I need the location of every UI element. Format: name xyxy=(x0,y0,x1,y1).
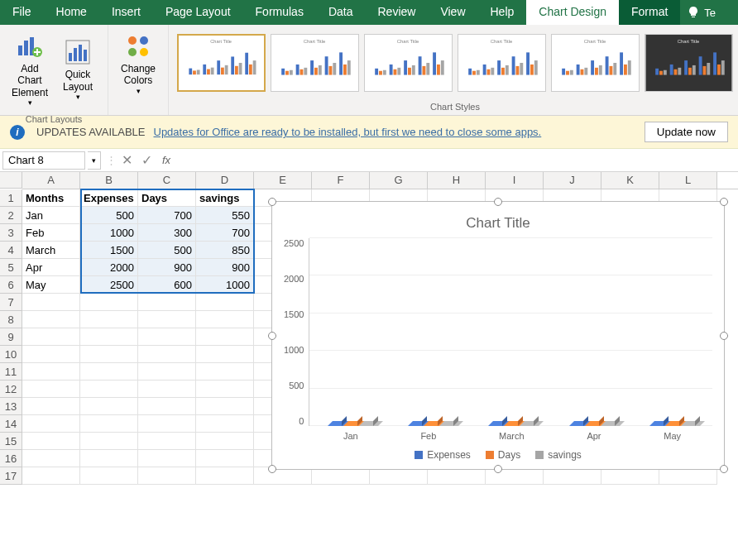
cell[interactable]: 700 xyxy=(138,207,196,224)
quick-layout-button[interactable]: Quick Layout ▾ xyxy=(55,34,101,103)
cell[interactable] xyxy=(196,433,254,450)
row-header[interactable]: 16 xyxy=(0,450,22,467)
cell[interactable] xyxy=(22,450,80,467)
cell[interactable]: 1000 xyxy=(196,276,254,294)
column-header[interactable]: C xyxy=(138,172,196,189)
cell[interactable] xyxy=(22,415,80,433)
tab-file[interactable]: File xyxy=(0,0,44,25)
column-header[interactable]: L xyxy=(659,172,717,189)
row-header[interactable]: 9 xyxy=(0,328,22,346)
cell[interactable]: 500 xyxy=(80,207,138,224)
cell[interactable] xyxy=(80,346,138,363)
cell[interactable] xyxy=(196,467,254,485)
cell[interactable] xyxy=(138,294,196,311)
column-header[interactable]: J xyxy=(544,172,601,189)
tab-chart-design[interactable]: Chart Design xyxy=(526,0,619,25)
cell[interactable] xyxy=(196,450,254,467)
cell[interactable] xyxy=(601,467,659,485)
legend-item[interactable]: Expenses xyxy=(415,449,471,461)
column-header[interactable]: F xyxy=(312,172,370,189)
row-header[interactable]: 6 xyxy=(0,276,22,294)
tab-insert[interactable]: Insert xyxy=(99,0,153,25)
column-header[interactable]: I xyxy=(486,172,544,189)
column-header[interactable]: A xyxy=(22,172,80,189)
cell[interactable] xyxy=(22,433,80,450)
cell[interactable] xyxy=(80,381,138,398)
formula-input[interactable] xyxy=(176,151,738,170)
cell[interactable] xyxy=(138,381,196,398)
cell[interactable] xyxy=(138,311,196,328)
tab-view[interactable]: View xyxy=(428,0,477,25)
chart-style-thumbnail[interactable]: Chart Title xyxy=(458,34,546,92)
cell[interactable] xyxy=(196,328,254,346)
name-box-dropdown[interactable]: ▾ xyxy=(88,151,101,170)
cell[interactable]: savings xyxy=(196,189,254,207)
row-header[interactable]: 17 xyxy=(0,467,22,485)
row-header[interactable]: 12 xyxy=(0,381,22,398)
cell[interactable]: Jan xyxy=(22,207,80,224)
name-box[interactable]: Chart 8 xyxy=(2,151,85,170)
cell[interactable] xyxy=(80,311,138,328)
chart-plot-area[interactable] xyxy=(309,238,712,426)
cell[interactable]: 900 xyxy=(196,259,254,276)
cell[interactable] xyxy=(22,346,80,363)
tab-format[interactable]: Format xyxy=(619,0,680,25)
cell[interactable]: Days xyxy=(138,189,196,207)
column-header[interactable]: G xyxy=(370,172,428,189)
cell[interactable] xyxy=(312,467,370,485)
chart-title[interactable]: Chart Title xyxy=(284,215,712,232)
cell[interactable] xyxy=(659,467,717,485)
chart-style-thumbnail[interactable]: Chart Title xyxy=(271,34,359,92)
resize-handle-s[interactable] xyxy=(494,465,502,473)
cell[interactable]: Feb xyxy=(22,224,80,242)
cell[interactable] xyxy=(80,415,138,433)
chart-style-thumbnail[interactable]: Chart Title xyxy=(364,34,453,92)
cell[interactable] xyxy=(80,363,138,381)
cell[interactable] xyxy=(196,346,254,363)
cell[interactable] xyxy=(22,381,80,398)
cell[interactable]: 1500 xyxy=(80,242,138,259)
cell[interactable] xyxy=(80,467,138,485)
cell[interactable] xyxy=(80,328,138,346)
chart-style-thumbnail[interactable]: Chart Title xyxy=(177,34,266,92)
cell[interactable] xyxy=(22,398,80,415)
cell[interactable] xyxy=(196,311,254,328)
cell[interactable] xyxy=(138,415,196,433)
row-header[interactable]: 3 xyxy=(0,224,22,242)
embedded-chart[interactable]: Chart Title 25002000150010005000 JanFebM… xyxy=(271,201,725,470)
change-colors-button[interactable]: Change Colors ▾ xyxy=(115,28,161,98)
tab-review[interactable]: Review xyxy=(366,0,429,25)
cell[interactable]: 600 xyxy=(138,276,196,294)
column-header[interactable]: H xyxy=(428,172,486,189)
cell[interactable] xyxy=(80,398,138,415)
legend-item[interactable]: savings xyxy=(535,449,582,461)
cell[interactable]: 900 xyxy=(138,259,196,276)
cell[interactable] xyxy=(138,363,196,381)
row-header[interactable]: 10 xyxy=(0,346,22,363)
resize-handle-e[interactable] xyxy=(720,332,728,340)
tab-page-layout[interactable]: Page Layout xyxy=(153,0,243,25)
cell[interactable] xyxy=(254,467,312,485)
resize-handle-nw[interactable] xyxy=(268,198,276,206)
cell[interactable] xyxy=(80,450,138,467)
add-chart-element-button[interactable]: Add Chart Element ▾ xyxy=(7,28,53,109)
row-header[interactable]: 11 xyxy=(0,363,22,381)
cell[interactable] xyxy=(138,398,196,415)
row-header[interactable]: 14 xyxy=(0,415,22,433)
cell[interactable]: 500 xyxy=(138,242,196,259)
cell[interactable]: Months xyxy=(22,189,80,207)
cell[interactable] xyxy=(138,450,196,467)
chart-legend[interactable]: ExpensesDayssavings xyxy=(284,449,712,461)
cell[interactable] xyxy=(428,467,486,485)
cell[interactable] xyxy=(196,381,254,398)
update-message-link[interactable]: Updates for Office are ready to be insta… xyxy=(154,126,542,138)
enter-formula-button[interactable]: ✓ xyxy=(137,152,156,168)
cell[interactable] xyxy=(196,398,254,415)
cell[interactable]: 2000 xyxy=(80,259,138,276)
resize-handle-n[interactable] xyxy=(494,198,502,206)
legend-item[interactable]: Days xyxy=(486,449,520,461)
cell[interactable] xyxy=(138,433,196,450)
tab-home[interactable]: Home xyxy=(44,0,99,25)
cell[interactable] xyxy=(22,363,80,381)
cell[interactable] xyxy=(138,346,196,363)
